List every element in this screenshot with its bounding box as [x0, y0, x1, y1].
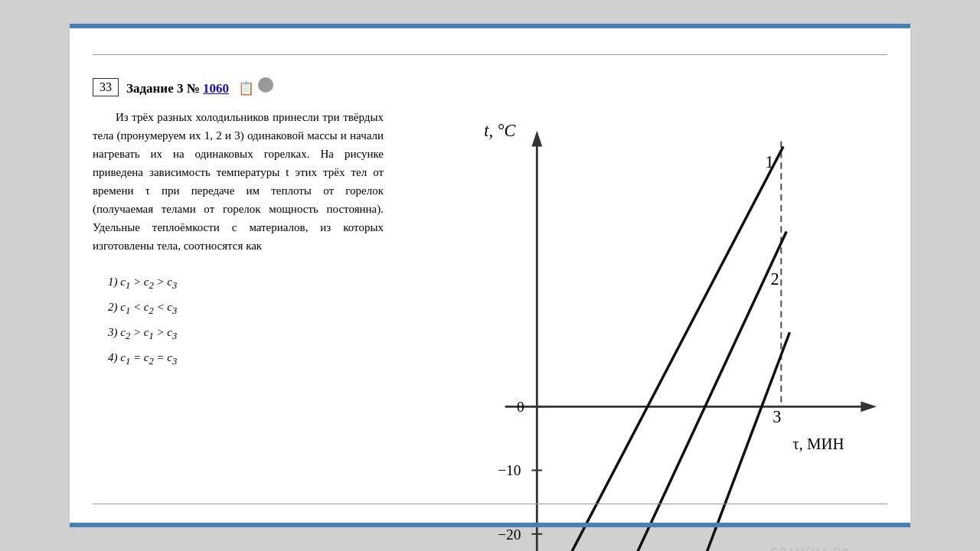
content-area: Из трёх разных холодильников принесли тр…: [93, 108, 887, 551]
line-label-1: 1: [766, 152, 774, 171]
task-title: Задание 3 № 1060 📋: [126, 77, 273, 96]
graph-line-1: [542, 147, 783, 551]
answer-4: 4) c1 = c2 = c3: [108, 346, 384, 371]
task-number: 33: [93, 78, 119, 96]
line-label-2: 2: [770, 269, 779, 289]
answer-2: 2) c1 < c2 < c3: [108, 295, 384, 321]
y-tick-10: −10: [498, 462, 521, 478]
top-bar: [70, 24, 910, 28]
task-status-circle: [258, 77, 273, 93]
task-header: 33 Задание 3 № 1060 📋: [93, 77, 887, 96]
answer-1: 1) c1 > c2 > c3: [108, 270, 384, 295]
graph-column: t, °C τ, МИН 0 −10 −20 −30: [399, 108, 887, 551]
answer-3: 3) c2 > c1 > c3: [108, 321, 384, 346]
watermark: СДАМГИА.РФ: [770, 546, 850, 551]
graph-svg: t, °C τ, МИН 0 −10 −20 −30: [399, 108, 887, 551]
y-axis-label: t, °C: [484, 121, 515, 140]
svg-marker-3: [861, 401, 877, 412]
page-container: 33 Задание 3 № 1060 📋 Из трёх разных хол…: [69, 23, 911, 528]
task-icon: 📋: [238, 81, 254, 96]
task-link[interactable]: 1060: [203, 81, 229, 96]
graph-line-3: [685, 332, 789, 551]
bottom-bar: [70, 523, 910, 527]
task-text: Из трёх разных холодильников принесли тр…: [93, 108, 384, 255]
y-tick-20: −20: [498, 527, 521, 543]
svg-marker-1: [531, 131, 542, 147]
line-label-3: 3: [773, 407, 781, 426]
header-line: [93, 54, 887, 55]
x-axis-label: τ, МИН: [792, 435, 844, 452]
answers-list: 1) c1 > c2 > c3 2) c1 < c2 < c3 3) c2 > …: [108, 270, 384, 371]
footer-line: [93, 504, 887, 504]
y-tick-0: 0: [517, 399, 524, 415]
text-column: Из трёх разных холодильников принесли тр…: [93, 108, 384, 551]
